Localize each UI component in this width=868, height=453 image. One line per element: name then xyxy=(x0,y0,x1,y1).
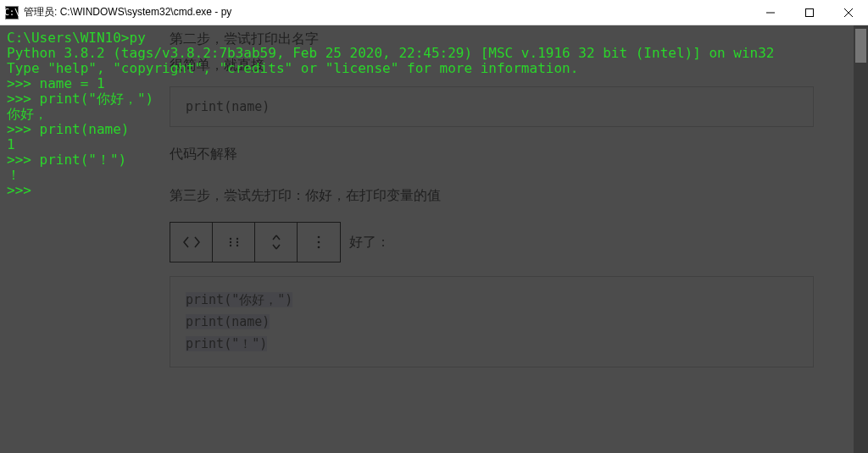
vertical-scrollbar[interactable] xyxy=(854,25,868,453)
window-title: 管理员: C:\WINDOWS\system32\cmd.exe - py xyxy=(24,5,231,19)
scrollbar-thumb[interactable] xyxy=(855,29,866,63)
maximize-button[interactable] xyxy=(790,0,829,25)
cmd-icon: C:\ xyxy=(5,6,19,19)
titlebar[interactable]: C:\ 管理员: C:\WINDOWS\system32\cmd.exe - p… xyxy=(0,0,868,25)
close-button[interactable] xyxy=(829,0,868,25)
terminal-output[interactable]: C:\Users\WIN10>py Python 3.8.2 (tags/v3.… xyxy=(0,25,868,453)
window-controls xyxy=(751,0,868,25)
svg-rect-0 xyxy=(806,8,814,16)
minimize-button[interactable] xyxy=(751,0,790,25)
